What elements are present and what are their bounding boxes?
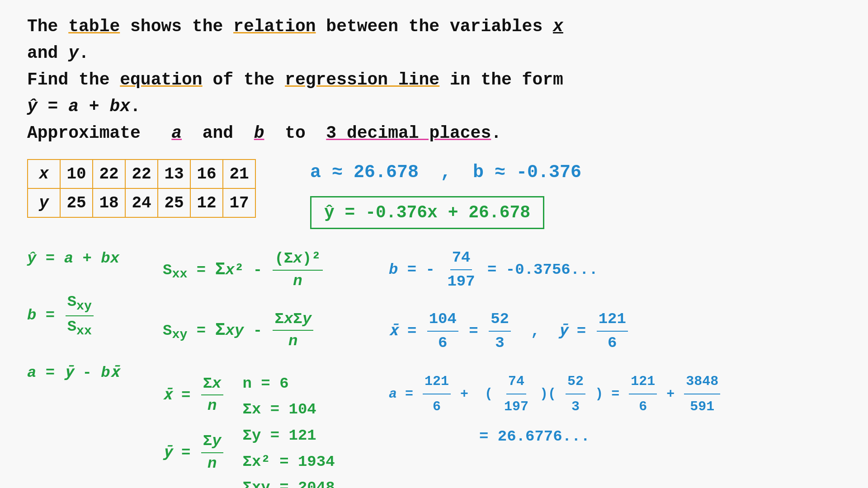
cell-x-label: x	[28, 160, 60, 188]
var-b: b	[254, 123, 264, 143]
ybar-den: n	[206, 453, 218, 475]
a-formula: a = ȳ - bx̄	[27, 362, 154, 384]
phrase-3decimal: 3 decimal places	[326, 123, 491, 143]
ybar-121-6: 121 6	[597, 308, 628, 355]
header-line1: The table shows the relation between the…	[27, 14, 570, 67]
xbar-ybar-section: x̄ = Σx n ȳ = Σy n	[163, 373, 362, 488]
sxy-den: n	[287, 331, 299, 352]
cell-y-label: y	[28, 188, 60, 217]
sum-xy: Σxy = 2048	[243, 477, 335, 488]
a-74-197: 74 197	[502, 369, 530, 419]
sxx-formula: Sxx = Σx² - (Σx)² n	[163, 248, 362, 292]
xbar-num: Σx	[201, 373, 223, 396]
b-calc-num: 74	[450, 246, 472, 270]
word-relation: relation	[233, 17, 316, 36]
ybar-calc-den: 6	[606, 332, 618, 355]
cell-y6: 17	[223, 188, 255, 217]
yhat-formula: ŷ = a + bx	[27, 248, 154, 270]
a-result: = 26.6776...	[389, 425, 841, 448]
cell-x3: 22	[125, 160, 158, 188]
xbar-52-den: 3	[493, 332, 506, 355]
xbar-frac: Σx n	[201, 373, 223, 417]
sxx-frac: (Σx)² n	[273, 248, 322, 292]
sum-x: Σx = 104	[243, 399, 335, 421]
header-line3: Approximate a and b to 3 decimal places.	[27, 120, 570, 147]
cell-x6: 21	[223, 160, 255, 188]
xbar-block: x̄ = Σx n ȳ = Σy n	[163, 373, 225, 474]
b-calc: b = - 74 197 = -0.3756...	[389, 246, 841, 293]
xbar-calc-den: 6	[436, 332, 449, 355]
a-121-6-2: 121 6	[629, 369, 657, 419]
cell-x4: 13	[158, 160, 190, 188]
b-frac-den: Sxx	[66, 316, 94, 340]
equation-text: ŷ = -0.376x + 26.678	[324, 203, 530, 222]
table-row-y: y 25 18 24 25 12 17	[28, 188, 255, 217]
var-a: a	[171, 123, 182, 143]
table-row-x: x 10 22 22 13 16 21	[28, 160, 255, 188]
answers-section: a ≈ 26.678 , b ≈ -0.376 ŷ = -0.376x + 26…	[283, 159, 581, 242]
cell-x1: 10	[60, 160, 93, 188]
sxy-formula: Sxy = Σxy - ΣxΣy n	[163, 309, 362, 352]
a-121-6: 121 6	[423, 369, 451, 419]
main-page: The table shows the relation between the…	[0, 0, 868, 488]
cell-x2: 22	[93, 160, 125, 188]
b-fraction: Sxy Sxx	[66, 291, 94, 340]
ybar-num: Σy	[201, 431, 223, 453]
n-value: n = 6	[243, 373, 335, 395]
xbar-104-6: 104 6	[427, 308, 458, 355]
a-3848-591: 3848 591	[684, 369, 720, 419]
word-regression: regression line	[285, 70, 439, 89]
sxx-den: n	[291, 271, 304, 292]
sxy-num: ΣxΣy	[273, 309, 313, 331]
cell-y5: 12	[190, 188, 223, 217]
ybar-calc-num: 121	[597, 308, 628, 332]
a-52-3: 52 3	[566, 369, 585, 419]
xbar-calc-num: 104	[427, 308, 458, 332]
cell-y1: 25	[60, 188, 93, 217]
cell-x5: 16	[190, 160, 223, 188]
b-calc-den: 197	[445, 270, 476, 293]
ab-approx: a ≈ 26.678 , b ≈ -0.376	[310, 159, 581, 186]
xbar-52-num: 52	[489, 308, 511, 332]
sxx-num: (Σx)²	[273, 248, 322, 271]
xbar-den: n	[206, 395, 218, 417]
header-line2: Find the equation of the regression line…	[27, 67, 570, 120]
data-table: x 10 22 22 13 16 21 y 25 18 24 25 12 17	[27, 159, 256, 218]
b-formula: b = Sxy Sxx	[27, 291, 154, 340]
var-x: x	[553, 17, 563, 36]
a-value: a ≈ 26.678	[310, 162, 419, 183]
sum-y: Σy = 121	[243, 425, 335, 447]
mid-formulas: Sxx = Σx² - (Σx)² n Sxy = Σxy - ΣxΣy n x…	[154, 246, 362, 488]
word-equation: equation	[120, 70, 202, 89]
sums-block: n = 6 Σx = 104 Σy = 121 Σx² = 1934 Σxy =…	[243, 373, 335, 488]
left-formulas: ŷ = a + bx b = Sxy Sxx a = ȳ - bx̄	[27, 246, 154, 488]
sum-x2: Σx² = 1934	[243, 451, 335, 473]
word-table: table	[68, 17, 120, 36]
cell-y3: 24	[125, 188, 158, 217]
ybar-frac: Σy n	[201, 431, 223, 474]
xbar-52-3: 52 3	[489, 308, 511, 355]
problem-statement: The table shows the relation between the…	[27, 14, 570, 146]
cell-y4: 25	[158, 188, 190, 217]
b-value: b ≈ -0.376	[473, 162, 581, 183]
a-calc: a = 121 6 + ( 74 197 )( 52 3 ) = 121	[389, 369, 841, 419]
formulas-area: ŷ = a + bx b = Sxy Sxx a = ȳ - bx̄ Sxx =…	[27, 246, 841, 488]
b-calc-frac: 74 197	[445, 246, 476, 293]
xbar-formula: x̄ = Σx n	[163, 373, 225, 417]
right-calcs: b = - 74 197 = -0.3756... x̄ = 104 6 = 5…	[362, 246, 841, 488]
top-section: x 10 22 22 13 16 21 y 25 18 24 25 12 17 …	[27, 159, 841, 242]
cell-y2: 18	[93, 188, 125, 217]
ybar-formula: ȳ = Σy n	[163, 431, 225, 474]
xbar-calc: x̄ = 104 6 = 52 3 , ȳ = 121 6	[389, 308, 841, 355]
b-frac-num: Sxy	[66, 291, 94, 316]
sxy-frac: ΣxΣy n	[273, 309, 313, 352]
equation-box: ŷ = -0.376x + 26.678	[310, 196, 544, 229]
